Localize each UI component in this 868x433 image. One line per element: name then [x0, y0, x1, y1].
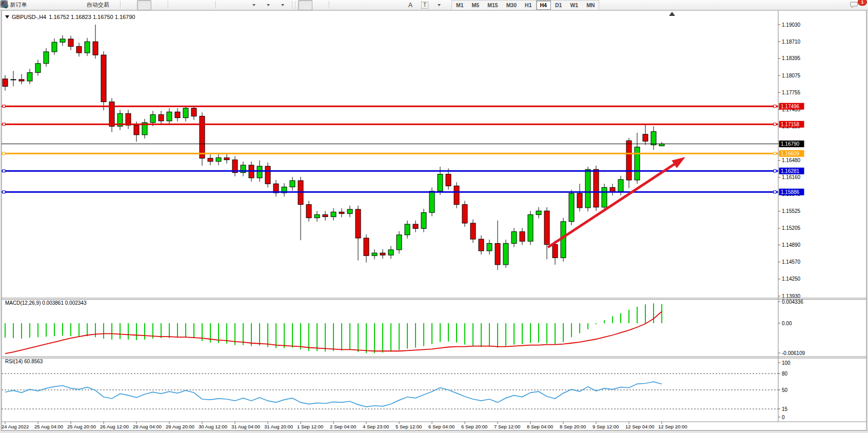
bear-candle[interactable] — [446, 174, 451, 186]
timeframe-h1-button[interactable]: H1 — [521, 1, 536, 10]
indicators-button[interactable] — [247, 0, 261, 10]
bull-candle[interactable] — [528, 214, 533, 241]
bear-candle[interactable] — [577, 193, 582, 208]
bear-candle[interactable] — [93, 42, 98, 55]
bull-candle[interactable] — [331, 212, 336, 216]
bull-candle[interactable] — [511, 232, 517, 244]
bull-candle[interactable] — [11, 80, 16, 80]
bear-candle[interactable] — [109, 102, 114, 126]
bear-candle[interactable] — [339, 212, 344, 213]
bull-candle[interactable] — [487, 243, 492, 251]
bull-candle[interactable] — [150, 114, 155, 123]
bull-candle[interactable] — [44, 52, 49, 64]
bear-candle[interactable] — [76, 47, 82, 53]
line-handle[interactable] — [774, 123, 776, 126]
bull-candle[interactable] — [397, 235, 402, 250]
bear-candle[interactable] — [470, 223, 476, 239]
timeframe-mn-button[interactable]: MN — [582, 1, 599, 10]
timeframe-d1-button[interactable]: D1 — [551, 1, 566, 10]
text-label-tool-button[interactable]: T — [418, 0, 432, 10]
crosshair-tool-button[interactable] — [312, 0, 327, 10]
line-handle[interactable] — [774, 152, 776, 155]
bull-candle[interactable] — [651, 132, 656, 145]
bull-candle[interactable] — [27, 72, 32, 81]
bear-candle[interactable] — [356, 209, 361, 238]
bear-candle[interactable] — [200, 116, 205, 158]
bear-candle[interactable] — [126, 113, 131, 125]
bull-candle[interactable] — [183, 108, 188, 118]
bull-candle[interactable] — [314, 214, 320, 218]
bull-candle[interactable] — [503, 243, 508, 264]
line-handle[interactable] — [3, 105, 5, 108]
periods-button[interactable] — [261, 0, 275, 10]
candlestick-mode-button[interactable] — [137, 0, 151, 10]
bear-candle[interactable] — [594, 169, 599, 207]
bear-candle[interactable] — [191, 108, 196, 116]
line-handle[interactable] — [3, 152, 5, 155]
cursor-tool-button[interactable] — [298, 0, 312, 10]
bull-candle[interactable] — [167, 112, 172, 121]
vertical-line-tool-button[interactable] — [331, 0, 346, 10]
bull-candle[interactable] — [347, 209, 352, 213]
bull-candle[interactable] — [635, 147, 640, 180]
bull-candle[interactable] — [618, 180, 623, 192]
search-button[interactable] — [832, 0, 846, 10]
bear-candle[interactable] — [495, 243, 500, 264]
bear-candle[interactable] — [626, 141, 632, 180]
bull-candle[interactable] — [405, 224, 410, 235]
bull-candle[interactable] — [536, 211, 541, 214]
line-handle[interactable] — [3, 123, 5, 126]
bear-candle[interactable] — [520, 232, 525, 242]
bear-candle[interactable] — [265, 166, 270, 184]
bar-chart-mode-button[interactable] — [123, 0, 137, 10]
bear-candle[interactable] — [323, 214, 328, 216]
bull-candle[interactable] — [438, 174, 443, 191]
line-handle[interactable] — [3, 191, 5, 193]
equidistant-channel-tool-button[interactable]: E — [374, 0, 389, 10]
arrows-tool-button[interactable] — [432, 0, 446, 10]
bear-candle[interactable] — [610, 187, 615, 191]
fibonacci-tool-button[interactable]: F — [389, 0, 403, 10]
templates-button[interactable] — [275, 0, 290, 10]
market-watch-button[interactable] — [35, 0, 49, 10]
bear-candle[interactable] — [643, 134, 648, 141]
bear-candle[interactable] — [380, 253, 385, 255]
bull-candle[interactable] — [60, 39, 65, 42]
bear-candle[interactable] — [224, 158, 229, 160]
bear-candle[interactable] — [134, 125, 139, 135]
auto-scroll-button[interactable] — [218, 0, 232, 10]
line-handle[interactable] — [3, 170, 5, 172]
bull-candle[interactable] — [602, 187, 607, 207]
timeframe-m1-button[interactable]: M1 — [452, 1, 468, 10]
bull-candle[interactable] — [659, 144, 664, 146]
text-tool-button[interactable]: A — [403, 0, 418, 10]
horizontal-line-tool-button[interactable] — [346, 0, 360, 10]
bear-candle[interactable] — [175, 112, 180, 117]
bull-candle[interactable] — [421, 212, 426, 228]
bull-candle[interactable] — [216, 158, 221, 161]
chart-menu-triangle-icon[interactable] — [5, 15, 9, 21]
bull-candle[interactable] — [388, 250, 393, 255]
line-handle[interactable] — [774, 105, 776, 108]
bear-candle[interactable] — [3, 79, 8, 87]
bear-candle[interactable] — [159, 114, 164, 121]
bull-candle[interactable] — [372, 253, 377, 255]
zoom-in-button[interactable] — [170, 0, 185, 10]
bull-candle[interactable] — [257, 166, 262, 178]
bull-candle[interactable] — [85, 42, 90, 53]
zoom-out-button[interactable] — [185, 0, 199, 10]
tile-windows-button[interactable] — [199, 0, 213, 10]
bear-candle[interactable] — [208, 158, 213, 161]
bear-candle[interactable] — [101, 55, 106, 102]
bear-candle[interactable] — [68, 39, 73, 47]
bull-candle[interactable] — [290, 181, 295, 187]
line-handle[interactable] — [774, 170, 776, 172]
bear-candle[interactable] — [462, 205, 467, 223]
bull-candle[interactable] — [429, 191, 435, 213]
autotrading-button[interactable]: 自动交易 — [78, 0, 118, 10]
bear-candle[interactable] — [454, 186, 459, 204]
timeframe-h4-button[interactable]: H4 — [536, 1, 551, 10]
bear-candle[interactable] — [364, 238, 369, 255]
bear-candle[interactable] — [544, 211, 549, 244]
line-handle[interactable] — [774, 191, 776, 193]
